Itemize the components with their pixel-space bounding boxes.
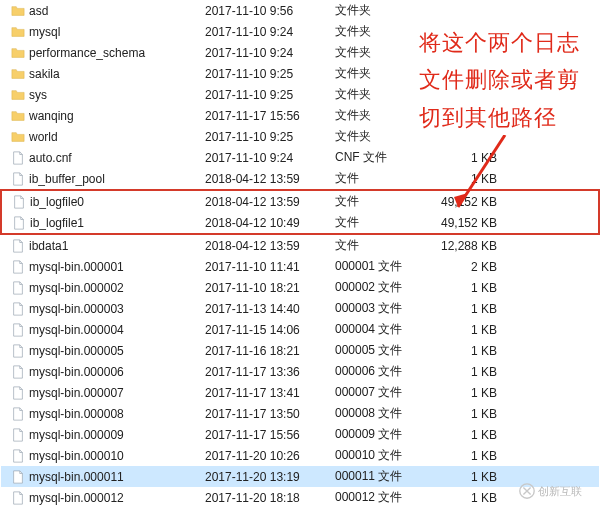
file-name-label: mysql-bin.000012 [29, 491, 124, 505]
file-name-label: mysql-bin.000011 [29, 470, 124, 484]
file-name-cell[interactable]: mysql-bin.000008 [1, 403, 201, 424]
file-row[interactable]: mysql-bin.0000122017-11-20 18:18000012 文… [1, 487, 599, 508]
file-icon [11, 323, 25, 337]
file-size-cell: 1 KB [421, 403, 501, 424]
file-date-cell: 2018-04-12 10:49 [201, 212, 331, 234]
file-icon [11, 151, 25, 165]
file-name-cell[interactable]: mysql-bin.000007 [1, 382, 201, 403]
file-row[interactable]: mysql-bin.0000012017-11-10 11:41000001 文… [1, 256, 599, 277]
file-name-cell[interactable]: mysql-bin.000003 [1, 298, 201, 319]
file-size-cell [421, 126, 501, 147]
file-row[interactable]: asd2017-11-10 9:56文件夹 [1, 0, 599, 21]
file-name-cell[interactable]: ib_logfile1 [1, 212, 201, 234]
file-row[interactable]: mysql-bin.0000062017-11-17 13:36000006 文… [1, 361, 599, 382]
file-row[interactable]: sys2017-11-10 9:25文件夹 [1, 84, 599, 105]
file-row[interactable]: mysql-bin.0000052017-11-16 18:21000005 文… [1, 340, 599, 361]
file-name-label: auto.cnf [29, 151, 72, 165]
file-size-cell: 1 KB [421, 319, 501, 340]
file-row[interactable]: wanqing2017-11-17 15:56文件夹 [1, 105, 599, 126]
file-icon [11, 344, 25, 358]
file-size-cell: 1 KB [421, 361, 501, 382]
file-row[interactable]: mysql-bin.0000112017-11-20 13:19000011 文… [1, 466, 599, 487]
file-row[interactable]: ib_logfile02018-04-12 13:59文件49,152 KB [1, 190, 599, 212]
file-name-label: mysql-bin.000009 [29, 428, 124, 442]
file-size-cell [421, 63, 501, 84]
file-date-cell: 2017-11-15 14:06 [201, 319, 331, 340]
file-name-cell[interactable]: mysql-bin.000012 [1, 487, 201, 508]
file-row[interactable]: mysql-bin.0000092017-11-17 15:56000009 文… [1, 424, 599, 445]
file-name-cell[interactable]: mysql-bin.000010 [1, 445, 201, 466]
file-icon [11, 449, 25, 463]
file-date-cell: 2017-11-17 15:56 [201, 105, 331, 126]
file-name-cell[interactable]: mysql-bin.000013 [1, 508, 201, 512]
file-name-label: mysql [29, 25, 60, 39]
file-type-cell: 000004 文件 [331, 319, 421, 340]
file-name-cell[interactable]: auto.cnf [1, 147, 201, 168]
file-name-cell[interactable]: mysql-bin.000009 [1, 424, 201, 445]
file-type-cell: 文件夹 [331, 84, 421, 105]
file-name-cell[interactable]: mysql-bin.000004 [1, 319, 201, 340]
file-row[interactable]: ib_buffer_pool2018-04-12 13:59文件1 KB [1, 168, 599, 190]
file-date-cell: 2017-11-10 9:25 [201, 126, 331, 147]
folder-icon [11, 109, 25, 123]
file-date-cell: 2017-11-10 18:21 [201, 277, 331, 298]
file-name-cell[interactable]: mysql-bin.000002 [1, 277, 201, 298]
file-name-cell[interactable]: sys [1, 84, 201, 105]
file-name-cell[interactable]: mysql-bin.000006 [1, 361, 201, 382]
file-row[interactable]: mysql-bin.0000132017-11-21 15:39000013 文… [1, 508, 599, 512]
file-size-cell: 1 KB [421, 508, 501, 512]
file-list-body: asd2017-11-10 9:56文件夹mysql2017-11-10 9:2… [1, 0, 599, 512]
file-row[interactable]: world2017-11-10 9:25文件夹 [1, 126, 599, 147]
file-name-cell[interactable]: mysql-bin.000011 [1, 466, 201, 487]
file-row[interactable]: mysql2017-11-10 9:24文件夹 [1, 21, 599, 42]
file-name-label: ibdata1 [29, 239, 68, 253]
file-icon [12, 216, 26, 230]
file-name-label: mysql-bin.000003 [29, 302, 124, 316]
file-row[interactable]: auto.cnf2017-11-10 9:24CNF 文件1 KB [1, 147, 599, 168]
file-row[interactable]: mysql-bin.0000022017-11-10 18:21000002 文… [1, 277, 599, 298]
file-name-cell[interactable]: performance_schema [1, 42, 201, 63]
folder-icon [11, 25, 25, 39]
file-row[interactable]: mysql-bin.0000032017-11-13 14:40000003 文… [1, 298, 599, 319]
file-name-cell[interactable]: ib_buffer_pool [1, 168, 201, 190]
file-name-cell[interactable]: world [1, 126, 201, 147]
file-row[interactable]: performance_schema2017-11-10 9:24文件夹 [1, 42, 599, 63]
file-list-table: asd2017-11-10 9:56文件夹mysql2017-11-10 9:2… [0, 0, 600, 512]
file-size-cell: 1 KB [421, 487, 501, 508]
file-name-cell[interactable]: mysql [1, 21, 201, 42]
file-name-cell[interactable]: mysql-bin.000001 [1, 256, 201, 277]
file-name-label: ib_logfile1 [30, 216, 84, 230]
file-date-cell: 2017-11-20 18:18 [201, 487, 331, 508]
file-type-cell: 000011 文件 [331, 466, 421, 487]
file-row[interactable]: mysql-bin.0000102017-11-20 10:26000010 文… [1, 445, 599, 466]
file-row[interactable]: sakila2017-11-10 9:25文件夹 [1, 63, 599, 84]
file-name-cell[interactable]: ibdata1 [1, 234, 201, 256]
file-type-cell: 000007 文件 [331, 382, 421, 403]
file-date-cell: 2017-11-10 9:25 [201, 84, 331, 105]
file-size-cell: 1 KB [421, 445, 501, 466]
file-row[interactable]: mysql-bin.0000082017-11-17 13:50000008 文… [1, 403, 599, 424]
file-row[interactable]: ib_logfile12018-04-12 10:49文件49,152 KB [1, 212, 599, 234]
file-icon [11, 260, 25, 274]
file-name-label: mysql-bin.000008 [29, 407, 124, 421]
file-name-cell[interactable]: sakila [1, 63, 201, 84]
file-size-cell [421, 42, 501, 63]
file-type-cell: 文件夹 [331, 126, 421, 147]
file-name-cell[interactable]: ib_logfile0 [1, 190, 201, 212]
file-date-cell: 2017-11-10 9:25 [201, 63, 331, 84]
file-name-cell[interactable]: mysql-bin.000005 [1, 340, 201, 361]
file-icon [11, 470, 25, 484]
file-row[interactable]: mysql-bin.0000072017-11-17 13:41000007 文… [1, 382, 599, 403]
file-row[interactable]: ibdata12018-04-12 13:59文件12,288 KB [1, 234, 599, 256]
file-size-cell: 1 KB [421, 168, 501, 190]
file-name-label: ib_logfile0 [30, 195, 84, 209]
file-name-label: mysql-bin.000004 [29, 323, 124, 337]
file-date-cell: 2018-04-12 13:59 [201, 168, 331, 190]
file-date-cell: 2018-04-12 13:59 [201, 234, 331, 256]
file-name-cell[interactable]: asd [1, 0, 201, 21]
file-row[interactable]: mysql-bin.0000042017-11-15 14:06000004 文… [1, 319, 599, 340]
file-size-cell: 49,152 KB [421, 190, 501, 212]
file-name-cell[interactable]: wanqing [1, 105, 201, 126]
file-type-cell: 文件夹 [331, 63, 421, 84]
file-name-label: world [29, 130, 58, 144]
